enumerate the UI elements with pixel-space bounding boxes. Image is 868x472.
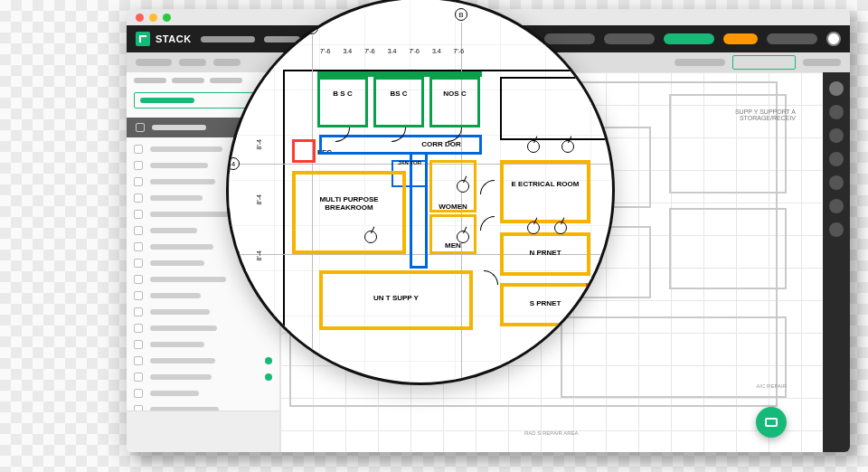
sub-toolbar-action[interactable] bbox=[732, 55, 796, 70]
rail-tool-icon[interactable] bbox=[829, 152, 844, 166]
room-electrical bbox=[500, 160, 590, 223]
brand[interactable]: STACK bbox=[136, 32, 192, 46]
sidebar-list-item[interactable] bbox=[134, 385, 272, 401]
room-nosc bbox=[429, 77, 480, 127]
sidebar-item-label bbox=[150, 342, 204, 347]
sidebar-item-label bbox=[150, 309, 210, 315]
checkbox-icon[interactable] bbox=[134, 259, 143, 268]
checkbox-icon[interactable] bbox=[134, 389, 143, 398]
toolbar-pill[interactable] bbox=[767, 33, 817, 44]
rail-tool-icon[interactable] bbox=[829, 175, 844, 190]
sidebar-list-item[interactable] bbox=[134, 288, 272, 304]
room-label: JAN TOR bbox=[390, 160, 429, 165]
sidebar-item-label bbox=[150, 179, 215, 184]
toolbar-pill[interactable] bbox=[544, 33, 595, 44]
dimension-label: 3.4 bbox=[382, 48, 402, 54]
user-avatar-icon[interactable] bbox=[826, 32, 841, 46]
room-label: MEN bbox=[429, 241, 476, 250]
dimension-label: 3.4 bbox=[427, 48, 447, 54]
grid-bubble: 4 bbox=[227, 157, 240, 170]
room-multipurpose bbox=[292, 171, 406, 254]
magnifier-lens: 4 5 A B 7'-63.47'-63.47'-63.47'-6 8'-48'… bbox=[226, 0, 615, 385]
checkbox-icon[interactable] bbox=[134, 194, 143, 203]
chat-icon bbox=[765, 418, 778, 427]
blueprint-room-label: RAD S REPAIR AREA bbox=[524, 430, 579, 436]
room-label: NOS C bbox=[429, 90, 480, 98]
sidebar-item-label bbox=[150, 244, 213, 250]
sidebar-list-item[interactable] bbox=[134, 369, 272, 385]
dimension-label: 7'-6 bbox=[403, 48, 424, 54]
window-minimize-icon[interactable] bbox=[149, 14, 157, 22]
sidebar-item-label bbox=[150, 391, 199, 396]
dimension-label: 8'-4 bbox=[256, 139, 262, 149]
sidebar-item-label bbox=[150, 374, 212, 380]
checkbox-icon[interactable] bbox=[136, 123, 145, 132]
toolbar-pill-alert[interactable] bbox=[723, 33, 758, 44]
sidebar-list-item[interactable] bbox=[134, 320, 272, 336]
status-dot-icon bbox=[265, 390, 272, 397]
room-label: E ECTRICAL ROOM bbox=[500, 180, 590, 188]
checkbox-icon[interactable] bbox=[134, 161, 143, 170]
room-label: WOMEN bbox=[429, 203, 476, 211]
toolbar-pill-primary[interactable] bbox=[664, 33, 714, 44]
status-dot-icon bbox=[265, 373, 272, 381]
breadcrumb-item[interactable] bbox=[264, 36, 300, 42]
sub-toolbar-item[interactable] bbox=[136, 59, 172, 66]
breadcrumb-item[interactable] bbox=[201, 36, 255, 42]
checkbox-icon[interactable] bbox=[134, 226, 143, 235]
checkbox-icon[interactable] bbox=[134, 291, 143, 300]
sidebar-item-label bbox=[150, 358, 215, 363]
sidebar-list-item[interactable] bbox=[134, 304, 272, 320]
brand-logo-icon bbox=[136, 32, 150, 46]
sidebar-footer bbox=[127, 411, 279, 452]
dimension-label: 7'-6 bbox=[315, 48, 335, 54]
window-zoom-icon[interactable] bbox=[163, 14, 171, 22]
checkbox-icon[interactable] bbox=[134, 242, 143, 251]
sidebar-item-label bbox=[150, 293, 201, 298]
checkbox-icon[interactable] bbox=[134, 145, 143, 154]
checkbox-icon[interactable] bbox=[134, 307, 143, 316]
sidebar-item-label bbox=[150, 228, 197, 233]
fab-button[interactable] bbox=[756, 407, 787, 438]
sub-toolbar-item[interactable] bbox=[803, 59, 841, 66]
sub-toolbar-item[interactable] bbox=[179, 59, 206, 66]
brand-text: STACK bbox=[156, 33, 192, 44]
room-label: S PRNET bbox=[500, 299, 590, 307]
rail-tool-icon[interactable] bbox=[829, 81, 844, 96]
window-close-icon[interactable] bbox=[136, 14, 144, 22]
status-dot-icon bbox=[265, 357, 272, 364]
sidebar-tab[interactable] bbox=[134, 78, 166, 83]
rail-tool-icon[interactable] bbox=[829, 222, 844, 237]
status-dot-icon bbox=[265, 325, 272, 332]
blueprint-room-label: A/C REPAIR bbox=[756, 383, 787, 389]
room-label: UN T SUPP Y bbox=[319, 294, 473, 302]
room-label: MULTI PURPOSE BREAKROOM bbox=[301, 196, 397, 212]
room-fec bbox=[292, 139, 316, 163]
sidebar-list-item[interactable] bbox=[134, 336, 272, 353]
rail-tool-icon[interactable] bbox=[829, 105, 844, 119]
toolbar-pill[interactable] bbox=[604, 33, 655, 44]
sub-toolbar-item[interactable] bbox=[675, 59, 725, 66]
checkbox-icon[interactable] bbox=[134, 275, 143, 284]
room-label: BS C bbox=[373, 90, 424, 98]
sidebar-item-label bbox=[150, 260, 204, 266]
rail-tool-icon[interactable] bbox=[829, 128, 844, 143]
sidebar-item-label bbox=[150, 195, 203, 201]
sidebar-list-item[interactable] bbox=[134, 401, 272, 411]
checkbox-icon[interactable] bbox=[134, 324, 143, 333]
status-dot-icon bbox=[265, 341, 272, 348]
sidebar-item-label bbox=[150, 326, 217, 331]
room-label: N PRNET bbox=[500, 249, 590, 257]
sub-toolbar-item[interactable] bbox=[213, 59, 241, 66]
sidebar-tab[interactable] bbox=[210, 78, 242, 83]
sidebar-tab[interactable] bbox=[172, 78, 204, 83]
checkbox-icon[interactable] bbox=[134, 356, 143, 365]
checkbox-icon[interactable] bbox=[134, 340, 143, 349]
rail-tool-icon[interactable] bbox=[829, 199, 844, 213]
checkbox-icon[interactable] bbox=[134, 373, 143, 382]
checkbox-icon[interactable] bbox=[134, 177, 143, 186]
sidebar-list-item[interactable] bbox=[134, 353, 272, 369]
sidebar-item-label bbox=[150, 163, 208, 168]
room-label: B S C bbox=[317, 90, 368, 98]
checkbox-icon[interactable] bbox=[134, 210, 143, 219]
